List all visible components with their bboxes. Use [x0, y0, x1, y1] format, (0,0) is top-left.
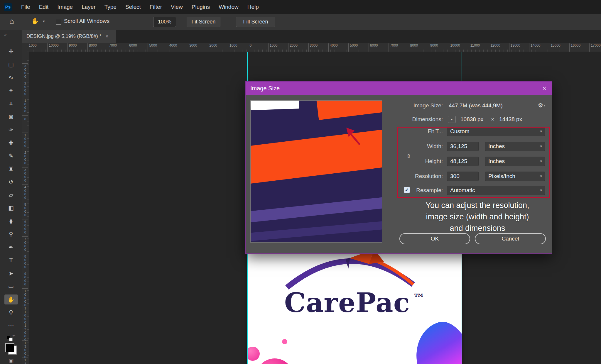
vruler-label: 5000 [22, 202, 28, 217]
hruler-label: 9000 [67, 43, 77, 52]
image-size-label: Image Size: [384, 101, 443, 110]
width-unit-select[interactable]: Inches ▾ [485, 142, 545, 151]
tab-close-icon[interactable]: × [105, 33, 109, 40]
type-tool[interactable]: T [4, 255, 18, 265]
hruler-label: 16000 [569, 43, 580, 52]
fill-screen-button[interactable]: Fill Screen [236, 17, 275, 27]
width-input[interactable] [447, 142, 479, 151]
hruler-label: 12000 [489, 43, 500, 52]
type-tool-icon: T [9, 257, 13, 264]
height-unit-value: Inches [488, 158, 505, 164]
rectangular-marquee-tool[interactable]: ▢ [4, 60, 18, 70]
ok-button[interactable]: OK [399, 233, 470, 244]
menubar-item[interactable]: Help [243, 0, 263, 14]
menubar-item[interactable]: Edit [35, 0, 53, 14]
ruler-origin-box[interactable] [22, 43, 29, 52]
blur-tool[interactable]: ⧫ [4, 216, 18, 226]
resample-select[interactable]: Automatic ▾ [447, 186, 545, 195]
default-colors-control[interactable]: ↩ [7, 334, 16, 341]
home-icon[interactable]: ⌂ [9, 17, 14, 26]
hruler-label: 2000 [288, 43, 298, 52]
menubar-item[interactable]: Layer [77, 0, 100, 14]
eraser-tool[interactable]: ▱ [4, 190, 18, 200]
photoshop-logo-icon[interactable]: Ps [4, 3, 12, 11]
hruler-label: 8000 [409, 43, 418, 52]
swap-colors-icon: ↩ [12, 333, 15, 338]
pen-tool[interactable]: ✒ [4, 242, 18, 252]
hruler-label: 17000 [589, 43, 600, 52]
eraser-tool-icon: ▱ [9, 192, 13, 199]
document-tab[interactable]: DESIGN.jpg @ 5,19% (RGB/8#) * × [22, 30, 116, 43]
gradient-tool[interactable]: ◧ [4, 203, 18, 213]
menubar-item[interactable]: View [166, 0, 187, 14]
dodge-tool[interactable]: ⚲ [4, 229, 18, 239]
dimensions-unit-dropdown[interactable]: ▾ [448, 116, 456, 123]
move-tool[interactable]: ✛ [4, 46, 18, 56]
scroll-all-windows-label: Scroll All Windows [64, 18, 109, 24]
quick-mask-icon[interactable]: ▣ [9, 358, 13, 364]
dialog-close-icon[interactable]: × [542, 84, 546, 92]
hruler-label: 5000 [148, 43, 157, 52]
dialog-body: ⚙▾ Image Size: 447,7M (was 444,9M) Dimen… [246, 95, 552, 253]
resolution-unit-select[interactable]: Pixels/Inch ▾ [485, 172, 545, 181]
tool-list: ✛▢∿⌖⌗⊠✑✚✎♜↺▱◧⧫⚲✒T➤▭✋⚲ [4, 46, 18, 321]
foreground-color-swatch[interactable] [5, 343, 14, 352]
toolbar-expand-icon[interactable]: » [0, 30, 6, 39]
dialog-title-bar[interactable]: Image Size × [246, 82, 552, 95]
hruler-label: 11000 [469, 43, 480, 52]
hand-tool-icon[interactable]: ✋ [31, 17, 39, 25]
cancel-button[interactable]: Cancel [475, 233, 546, 244]
hruler-label: 4000 [168, 43, 177, 52]
vruler-label: 11000 [22, 306, 28, 325]
menubar-item[interactable]: Plugins [187, 0, 214, 14]
crop-tool[interactable]: ⌗ [4, 99, 18, 109]
hruler-label: 2000 [208, 43, 217, 52]
dimensions-times: × [491, 115, 494, 124]
rectangle-tool[interactable]: ▭ [4, 281, 18, 291]
vruler-label: 14000 [22, 358, 28, 364]
fit-screen-button[interactable]: Fit Screen [187, 17, 220, 27]
menubar-item[interactable]: Filter [145, 0, 166, 14]
resolution-input[interactable] [447, 172, 479, 181]
hand-tool[interactable]: ✋ [4, 294, 18, 304]
height-unit-select[interactable]: Inches ▾ [485, 157, 545, 166]
history-brush-tool[interactable]: ↺ [4, 177, 18, 187]
color-swatches[interactable] [5, 343, 18, 355]
menubar-item[interactable]: Image [53, 0, 77, 14]
frame-tool[interactable]: ⊠ [4, 112, 18, 122]
edit-toolbar-button[interactable]: ⋯ [4, 321, 18, 330]
zoom-100-button[interactable]: 100% [153, 17, 176, 27]
vruler-label: 1000 [22, 133, 28, 148]
document-tab-title: DESIGN.jpg @ 5,19% (RGB/8#) * [26, 33, 101, 39]
preview-art-white [250, 100, 299, 110]
hruler-label: 1000 [29, 43, 37, 52]
menubar-item[interactable]: Select [121, 0, 145, 14]
dimensions-height-value: 14438 px [499, 115, 522, 124]
image-preview[interactable] [250, 100, 382, 243]
menubar-item[interactable]: Type [100, 0, 121, 14]
path-selection-tool[interactable]: ➤ [4, 268, 18, 278]
scroll-all-windows-checkbox[interactable] [56, 19, 61, 25]
menu-bar: Ps FileEditImageLayerTypeSelectFilterVie… [0, 0, 601, 14]
brush-tool[interactable]: ✎ [4, 151, 18, 161]
eyedropper-tool[interactable]: ✑ [4, 125, 18, 135]
resample-label: Resample: [384, 186, 443, 195]
chevron-down-icon: ▾ [451, 117, 453, 121]
menubar-item[interactable]: Window [214, 0, 243, 14]
healing-brush-tool[interactable]: ✚ [4, 138, 18, 148]
clone-stamp-tool[interactable]: ♜ [4, 164, 18, 174]
fit-to-label: Fit T... [384, 127, 443, 136]
dimensions-width-value: 10838 px [460, 115, 483, 124]
vruler-label: 4000 [22, 184, 28, 200]
menubar-item[interactable]: File [17, 0, 35, 14]
lasso-tool[interactable]: ∿ [4, 72, 18, 82]
zoom-tool[interactable]: ⚲ [4, 307, 18, 317]
vertical-ruler: 3000200010000100020003000400050006000700… [22, 52, 29, 364]
dialog-options-gear[interactable]: ⚙▾ [538, 102, 545, 109]
object-selection-tool[interactable]: ⌖ [4, 86, 18, 96]
height-input[interactable] [447, 157, 479, 166]
preview-art-purple-stripe [250, 196, 382, 223]
fit-to-select[interactable]: Custom ▾ [447, 127, 545, 136]
hand-tool-caret-icon[interactable]: ▾ [43, 19, 45, 23]
hruler-label: 14000 [529, 43, 540, 52]
